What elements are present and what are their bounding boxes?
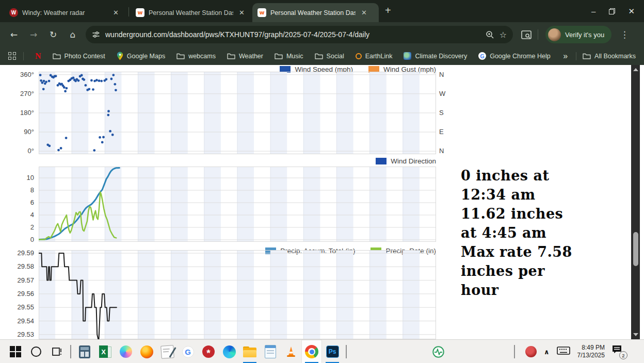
annotation-line: 0 inches at [461, 166, 631, 185]
taskbar-google-icon[interactable]: G [178, 340, 198, 363]
clock-time: 8:49 PM [577, 344, 605, 352]
folder-icon [176, 53, 185, 59]
bookmark-item-climate-discovery[interactable]: Climate Discovery [404, 52, 467, 60]
home-icon[interactable]: ⌂ [63, 29, 83, 40]
windy-icon: W [9, 8, 18, 17]
bookmark-item-weather[interactable]: Weather [227, 53, 263, 60]
taskbar-task-view-icon[interactable] [46, 340, 67, 363]
taskbar-copilot-icon[interactable] [116, 340, 136, 363]
tab-windy[interactable]: W Windy: Weather radar ✕ [4, 3, 127, 22]
bookmark-item-earthlink[interactable]: EarthLink [356, 53, 393, 60]
taskbar-journal-icon[interactable] [157, 340, 178, 363]
close-icon[interactable]: ✕ [360, 9, 368, 16]
annotation-line: inches per [461, 261, 631, 280]
right-axis-tick: E [439, 128, 453, 136]
y-axis-tick: 270° [0, 90, 34, 98]
taskbar-chrome-icon[interactable] [301, 340, 322, 363]
address-bar[interactable]: wunderground.com/dashboard/pws/KTXHUNT97… [86, 26, 513, 43]
taskbar-cortana-icon[interactable] [26, 340, 46, 363]
annotation-line: at 4:45 am [461, 223, 631, 242]
legend-item[interactable]: Wind Direction [376, 157, 436, 165]
back-icon[interactable]: ← [4, 29, 24, 40]
y-axis-tick: 4 [0, 211, 34, 219]
annotation-line: Max rate 7.58 [461, 242, 631, 261]
apps-grid-icon[interactable] [8, 52, 16, 60]
bookmark-item-webcams[interactable]: webcams [176, 53, 216, 60]
y-axis-tick: 0 [0, 236, 34, 244]
tab-pws-1[interactable]: w Personal Weather Station Dashboa ✕ [131, 3, 251, 22]
bookmark-item-photo-contest[interactable]: Photo Contest [53, 53, 105, 60]
bookmark-item-google-chrome-help[interactable]: GGoogle Chrome Help [478, 52, 550, 60]
bookmarks-overflow-chevron[interactable]: » [563, 52, 568, 61]
globe-icon [404, 52, 411, 60]
taskbar-vlc-icon[interactable] [281, 340, 301, 363]
tray-activity-icon[interactable] [432, 346, 444, 360]
taskbar-tray: ∧ 8:49 PM 7/13/2025 2 [511, 340, 627, 363]
annotation-line: 11.62 inches [461, 204, 631, 223]
y-axis-tick: 8 [0, 186, 34, 194]
taskbar-excel-icon[interactable]: X [95, 340, 116, 363]
window-close-button[interactable]: ✕ [628, 7, 635, 16]
y-axis-tick: 6 [0, 199, 34, 207]
forward-icon[interactable]: → [24, 29, 43, 40]
y-axis-tick: 0° [0, 147, 34, 155]
taskbar-photoshop-icon[interactable]: Ps [322, 340, 343, 363]
reload-icon[interactable]: ↻ [43, 29, 63, 40]
bookmark-label: Photo Contest [65, 53, 105, 60]
bookmarks-right: » All Bookmarks [563, 52, 644, 61]
scrollbar-thumb[interactable] [633, 232, 638, 266]
taskbar-clock[interactable]: 8:49 PM 7/13/2025 [577, 344, 605, 359]
toolbar-divider [538, 29, 538, 40]
zoom-icon[interactable] [486, 30, 494, 39]
bookmark-item-google-maps[interactable]: Google Maps [117, 52, 165, 60]
bookmark-star-icon[interactable]: ☆ [500, 30, 507, 40]
tray-red-icon[interactable] [525, 346, 537, 357]
taskbar-money-icon[interactable]: * [198, 340, 219, 363]
y-axis-tick: 90° [0, 128, 34, 136]
taskbar-start-icon[interactable] [5, 340, 26, 363]
taskbar-calculator-icon[interactable] [74, 340, 95, 363]
scroll-down-icon[interactable] [633, 333, 638, 336]
taskbar-divider [343, 340, 350, 363]
side-panel-search-icon[interactable] [521, 30, 532, 39]
close-icon[interactable]: ✕ [111, 9, 120, 16]
window-controls: – ✕ [591, 0, 644, 22]
taskbar-edge-icon[interactable] [219, 340, 239, 363]
tray-chevron-up-icon[interactable]: ∧ [544, 348, 550, 356]
notification-center-icon[interactable]: 2 [612, 345, 627, 358]
taskbar-file-explorer-icon[interactable] [239, 340, 260, 363]
url-text[interactable]: wunderground.com/dashboard/pws/KTXHUNT97… [105, 30, 480, 39]
right-axis-tick: N [439, 71, 453, 79]
minimize-button[interactable]: – [591, 7, 595, 15]
taskbar-notepad-icon[interactable] [260, 340, 281, 363]
google-icon: G [478, 52, 486, 60]
new-tab-button[interactable]: + [385, 5, 391, 15]
page-content: Wind Speed (mph)Wind Gust (mph) 0°90°180… [0, 65, 644, 339]
bookmark-item-music[interactable]: Music [275, 53, 303, 60]
scroll-up-icon[interactable] [633, 68, 638, 71]
restore-button[interactable] [609, 8, 615, 14]
page-scrollbar[interactable] [631, 65, 640, 339]
screen: { "browser": { "tabs": [ {"title": "Wind… [0, 0, 644, 363]
taskbar-firefox-icon[interactable] [136, 340, 157, 363]
bookmark-label: Music [286, 53, 303, 60]
annotation-line: 12:34 am [461, 185, 631, 204]
bookmark-item-social[interactable]: Social [315, 53, 344, 60]
precipitation-chart: 0246810 [0, 167, 457, 242]
menu-dots-icon[interactable]: ⋮ [615, 29, 634, 40]
all-bookmarks-button[interactable]: All Bookmarks [583, 53, 636, 60]
browser-toolbar: ← → ↻ ⌂ wunderground.com/dashboard/pws/K… [0, 22, 644, 47]
notification-badge: 2 [619, 351, 627, 359]
verify-profile-button[interactable]: Verify it's you [545, 26, 611, 43]
y-axis-tick: 180° [0, 109, 34, 117]
legend-wind-direction: Wind Direction [0, 157, 436, 165]
close-icon[interactable]: ✕ [237, 9, 246, 16]
site-settings-icon[interactable] [92, 30, 100, 39]
bookmark-item-netflix[interactable]: N [35, 52, 41, 61]
touch-keyboard-icon[interactable] [557, 346, 570, 357]
y-axis-tick: 29.55 [0, 303, 34, 311]
tab-pws-2-active[interactable]: w Personal Weather Station Dashboa ✕ [252, 3, 379, 22]
bookmark-label: Google Chrome Help [490, 53, 550, 60]
bookmark-label: Climate Discovery [415, 53, 467, 60]
folder-icon [315, 53, 323, 59]
